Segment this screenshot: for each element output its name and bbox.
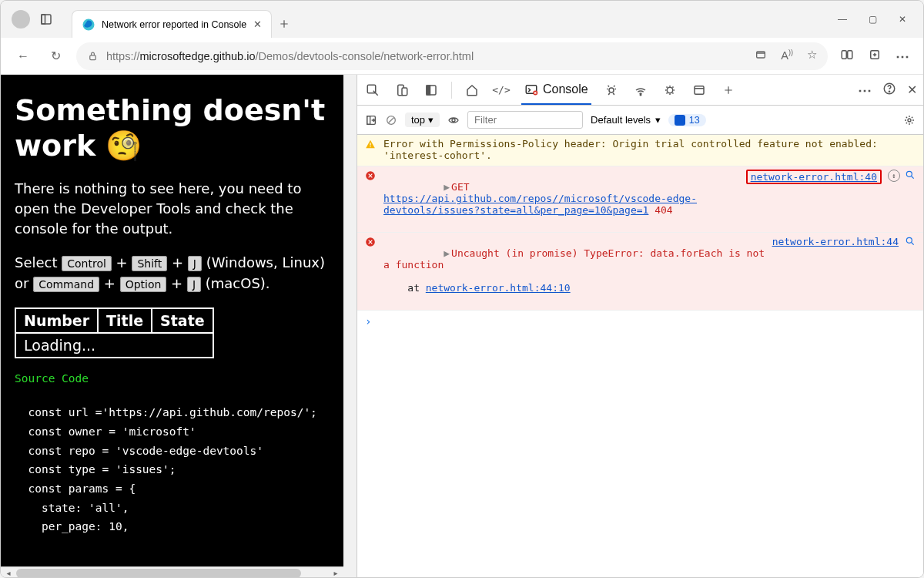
tab-close-icon[interactable]: ✕ [253, 18, 262, 30]
window-maximize-icon[interactable]: ▢ [869, 14, 877, 25]
sources-tab-icon[interactable] [602, 81, 621, 99]
devtools-panel: </> Console ⋯ ✕ top ▾ Default levels ▾ [357, 75, 923, 578]
expand-caret-icon[interactable]: ▶ [444, 181, 450, 193]
svg-point-20 [889, 91, 889, 92]
chevron-down-icon: ▾ [428, 114, 434, 126]
address-field[interactable]: https://microsoftedge.github.io/Demos/de… [76, 42, 828, 70]
devtools-close-icon[interactable]: ✕ [907, 82, 917, 97]
svg-rect-26 [370, 143, 370, 146]
magnifier-icon[interactable] [905, 236, 916, 249]
svg-rect-12 [427, 86, 430, 95]
edge-icon [82, 18, 95, 32]
favorite-icon[interactable]: ☆ [807, 49, 817, 63]
error-icon [365, 237, 377, 250]
svg-point-16 [640, 94, 641, 96]
svg-rect-5 [842, 50, 846, 59]
kbd-shift: Shift [132, 256, 167, 271]
kbd-control: Control [62, 256, 112, 271]
url-text: https://microsoftedge.github.io/Demos/de… [106, 50, 474, 62]
nav-back-button[interactable]: ← [12, 49, 35, 63]
devtools-more-icon[interactable]: ⋯ [858, 82, 872, 99]
warning-icon [365, 139, 377, 152]
more-menu-icon[interactable]: ⋯ [896, 48, 909, 65]
issues-counter[interactable]: 13 [668, 114, 706, 126]
page-kbd-line: Select Control + Shift + J (Windows, Lin… [15, 253, 330, 293]
browser-titlebar: Network error reported in Console ✕ — ▢ … [1, 1, 923, 38]
error-1-message: ▶GET https://api.github.com/repos//micro… [383, 170, 740, 227]
svg-point-17 [667, 87, 673, 93]
app-available-icon[interactable] [755, 49, 767, 63]
application-tab-icon[interactable] [690, 81, 708, 99]
error-1-url-link[interactable]: https://api.github.com/repos//microsoft/… [383, 193, 697, 216]
svg-point-24 [452, 119, 455, 122]
svg-rect-1 [42, 15, 45, 24]
console-log-area: Error with Permissions-Policy header: Or… [357, 135, 923, 578]
workspaces-icon[interactable] [33, 6, 59, 32]
page-heading: Something doesn't work 🧐 [15, 93, 330, 163]
elements-tab-icon[interactable]: </> [492, 81, 511, 99]
error-1-source-link[interactable]: network-error.html:40 [746, 170, 882, 184]
svg-rect-4 [757, 52, 765, 58]
error-2-stack-link[interactable]: network-error.html:44:10 [426, 282, 571, 294]
svg-rect-10 [402, 88, 407, 96]
dock-side-icon[interactable] [422, 81, 440, 99]
magnifier-icon[interactable] [905, 170, 916, 183]
error-2-source-link[interactable]: network-error.html:44 [772, 236, 899, 247]
context-selector[interactable]: top ▾ [405, 113, 440, 127]
collections-icon[interactable] [868, 48, 882, 65]
console-warning-row[interactable]: Error with Permissions-Policy header: Or… [357, 135, 923, 166]
warning-message: Error with Permissions-Policy header: Or… [383, 138, 916, 161]
source-code-heading: Source Code [15, 372, 330, 385]
read-aloud-icon[interactable]: A)) [781, 49, 793, 63]
svg-rect-6 [848, 50, 852, 59]
issues-table: NumberTitleState Loading... [15, 307, 214, 358]
console-prompt[interactable]: › [357, 311, 923, 332]
log-level-selector[interactable]: Default levels ▾ [591, 114, 661, 126]
page-viewport: Something doesn't work 🧐 There is nothin… [1, 75, 343, 578]
device-emulation-icon[interactable] [393, 81, 411, 99]
console-toolbar: top ▾ Default levels ▾ 13 [357, 106, 923, 135]
console-settings-icon[interactable] [903, 114, 916, 126]
split-screen-icon[interactable] [840, 48, 854, 65]
expand-caret-icon[interactable]: ▶ [444, 247, 450, 259]
more-tabs-icon[interactable] [719, 81, 738, 99]
nav-refresh-button[interactable]: ↻ [44, 49, 67, 63]
inspect-element-icon[interactable] [363, 81, 382, 99]
window-minimize-icon[interactable]: — [838, 14, 847, 25]
kbd-command: Command [33, 277, 99, 292]
devtools-help-icon[interactable] [882, 82, 896, 99]
window-close-icon[interactable]: ✕ [899, 14, 906, 25]
page-vertical-scrollbar[interactable] [343, 75, 357, 578]
svg-rect-27 [370, 146, 370, 147]
error-2-message: ▶Uncaught (in promise) TypeError: data.f… [383, 236, 766, 305]
svg-point-29 [906, 171, 912, 176]
svg-point-15 [609, 88, 614, 92]
performance-tab-icon[interactable] [661, 81, 679, 99]
profile-avatar[interactable] [12, 10, 30, 29]
kbd-j: J [188, 256, 202, 271]
console-error-row-1[interactable]: ▶GET https://api.github.com/repos//micro… [357, 166, 923, 233]
clear-console-icon[interactable] [385, 114, 397, 126]
table-loading-cell: Loading... [15, 333, 213, 358]
kbd-option: Option [120, 277, 167, 292]
devtools-tabstrip: </> Console ⋯ ✕ [357, 75, 923, 106]
network-tab-icon[interactable] [631, 81, 650, 99]
request-initiator-icon[interactable]: ↕ [888, 170, 900, 182]
console-error-row-2[interactable]: ▶Uncaught (in promise) TypeError: data.f… [357, 233, 923, 311]
console-filter-input[interactable] [467, 111, 583, 129]
source-code-block: const url ='https://api.github.com/repos… [15, 385, 330, 536]
lock-icon [87, 50, 99, 62]
svg-rect-0 [42, 15, 51, 24]
browser-tab[interactable]: Network error reported in Console ✕ [72, 10, 272, 38]
svg-rect-3 [90, 55, 96, 60]
page-intro: There is nothing to see here, you need t… [15, 179, 330, 239]
kbd-j-2: J [187, 277, 201, 292]
live-expression-icon[interactable] [447, 114, 460, 126]
toggle-sidebar-icon[interactable] [365, 114, 377, 126]
page-horizontal-scrollbar[interactable]: ◂ ▸ [1, 566, 343, 578]
svg-point-31 [906, 237, 912, 243]
welcome-tab-icon[interactable] [463, 81, 481, 99]
svg-rect-22 [367, 116, 370, 124]
new-tab-button[interactable] [272, 10, 296, 38]
console-tab[interactable]: Console [521, 75, 591, 105]
